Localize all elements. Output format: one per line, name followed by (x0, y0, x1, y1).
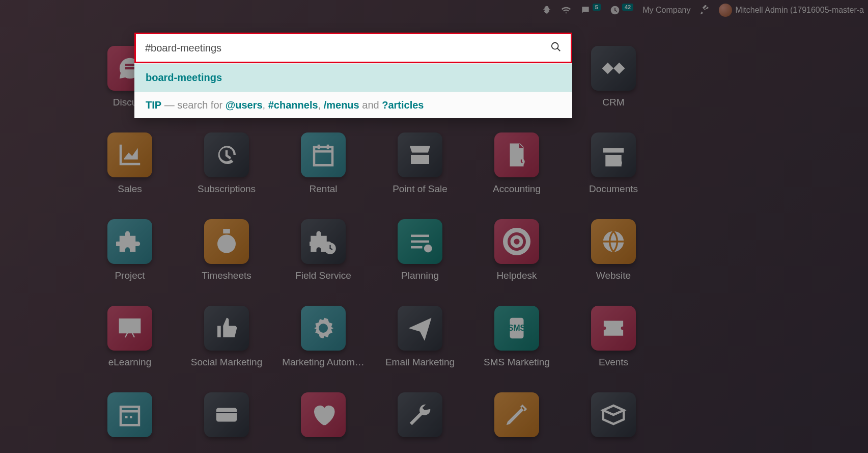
search-icon[interactable] (550, 41, 562, 55)
search-input-row (134, 33, 572, 63)
search-panel: board-meetings TIP — search for @users, … (134, 33, 572, 118)
search-input[interactable] (145, 42, 550, 54)
search-result-item[interactable]: board-meetings (134, 63, 572, 92)
svg-point-12 (552, 43, 558, 49)
tip-label: TIP (146, 99, 161, 111)
svg-line-13 (557, 48, 561, 51)
search-tip: TIP — search for @users, #channels, /men… (134, 92, 572, 118)
